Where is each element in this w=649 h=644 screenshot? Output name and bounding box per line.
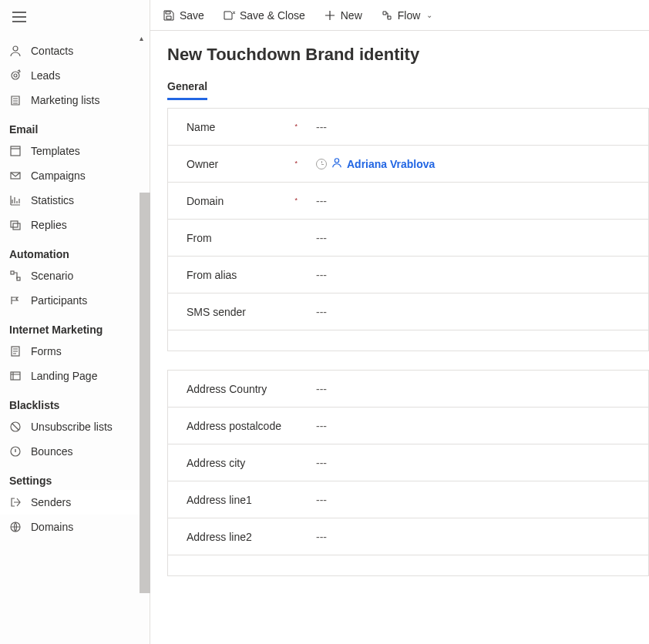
- nav-item-label: Statistics: [31, 194, 74, 206]
- nav-item-contacts[interactable]: Contacts: [0, 39, 150, 63]
- field-address-country: Address Country---: [168, 371, 648, 408]
- field-label: Name*: [187, 121, 302, 133]
- field-value[interactable]: ---: [302, 195, 639, 207]
- field-address-line2: Address line2---: [168, 518, 648, 555]
- field-label: Address line2: [187, 531, 302, 543]
- nav-item-scenario[interactable]: Scenario: [0, 263, 150, 288]
- recent-icon: [316, 159, 327, 169]
- nav-item-label: Campaigns: [31, 169, 86, 182]
- templates-icon: [9, 145, 22, 157]
- field-value[interactable]: ---: [302, 420, 639, 432]
- field-value[interactable]: ---: [302, 232, 639, 244]
- nav-group: AutomationScenarioParticipants: [0, 242, 150, 313]
- save-close-button[interactable]: Save & Close: [215, 5, 313, 26]
- nav-item-leads[interactable]: Leads: [0, 63, 150, 88]
- domains-icon: [9, 521, 22, 533]
- flow-button[interactable]: Flow ⌄: [373, 5, 441, 26]
- nav-item-label: Templates: [31, 145, 80, 157]
- required-indicator-icon: *: [294, 159, 298, 167]
- nav-group: ContactsLeadsMarketing lists: [0, 39, 150, 112]
- landing-page-icon: [9, 370, 22, 382]
- field-value[interactable]: ---: [302, 457, 639, 469]
- new-button[interactable]: New: [316, 5, 370, 26]
- field-from: From---: [168, 220, 648, 257]
- page-content: New Touchdown Brand identity General Nam…: [150, 31, 649, 644]
- field-value[interactable]: Adriana Vrablova: [302, 157, 639, 170]
- nav-group: EmailTemplatesCampaignsStatisticsReplies: [0, 117, 150, 237]
- nav-item-label: Domains: [31, 521, 73, 533]
- nav-item-label: Participants: [31, 294, 87, 307]
- scenario-icon: [9, 270, 22, 282]
- svg-point-2: [14, 74, 17, 77]
- nav-item-unsubscribe-lists[interactable]: Unsubscribe lists: [0, 414, 150, 439]
- nav-group-heading: Internet Marketing: [0, 317, 150, 339]
- field-label: Address Country: [187, 383, 302, 395]
- field-address-line1: Address line1---: [168, 481, 648, 518]
- nav-item-label: Unsubscribe lists: [31, 421, 113, 433]
- nav-group-heading: Blacklists: [0, 393, 150, 414]
- required-indicator-icon: *: [294, 122, 298, 130]
- nav-group: Internet MarketingFormsLanding Page: [0, 317, 150, 388]
- sidebar-nav: ContactsLeadsMarketing listsEmailTemplat…: [0, 34, 150, 644]
- nav-item-label: Senders: [31, 496, 71, 508]
- field-address-city: Address city---: [168, 444, 648, 481]
- field-from-alias: From alias---: [168, 257, 648, 293]
- tab-list: General: [167, 75, 649, 100]
- nav-group: BlacklistsUnsubscribe listsBounces: [0, 393, 150, 464]
- nav-item-label: Replies: [31, 219, 67, 231]
- nav-item-marketing-lists[interactable]: Marketing lists: [0, 88, 150, 112]
- save-close-button-label: Save & Close: [240, 9, 305, 22]
- required-indicator-icon: *: [294, 196, 298, 204]
- svg-point-14: [335, 159, 338, 163]
- participants-icon: [9, 294, 22, 307]
- svg-point-0: [13, 46, 18, 51]
- scrollbar-thumb[interactable]: [140, 193, 150, 593]
- nav-item-replies[interactable]: Replies: [0, 213, 150, 237]
- form-section-tail: [168, 555, 648, 575]
- owner-name: Adriana Vrablova: [347, 158, 435, 170]
- nav-item-senders[interactable]: Senders: [0, 490, 150, 515]
- owner-lookup[interactable]: Adriana Vrablova: [331, 157, 435, 170]
- field-sms-sender: SMS sender---: [168, 293, 648, 330]
- nav-item-forms[interactable]: Forms: [0, 339, 150, 364]
- form-section: Name*---Owner*Adriana VrablovaDomain*---…: [167, 108, 649, 351]
- field-label: From alias: [187, 269, 302, 281]
- field-value[interactable]: ---: [302, 383, 639, 395]
- field-value[interactable]: ---: [302, 531, 639, 543]
- nav-item-campaigns[interactable]: Campaigns: [0, 163, 150, 188]
- save-close-icon: [223, 9, 235, 22]
- forms-icon: [9, 345, 22, 357]
- nav-item-statistics[interactable]: Statistics: [0, 188, 150, 213]
- flow-button-label: Flow: [398, 9, 421, 22]
- nav-group-heading: Email: [0, 117, 150, 139]
- nav-group: SettingsSendersDomains: [0, 468, 150, 539]
- menu-toggle-button[interactable]: [12, 12, 26, 22]
- tab-general-label: General: [167, 80, 207, 92]
- field-label: Domain*: [187, 195, 302, 207]
- page-title: New Touchdown Brand identity: [167, 45, 649, 65]
- svg-rect-3: [11, 146, 20, 156]
- field-value[interactable]: ---: [302, 494, 639, 506]
- nav-item-landing-page[interactable]: Landing Page: [0, 364, 150, 388]
- svg-rect-6: [13, 223, 20, 230]
- field-value[interactable]: ---: [302, 306, 639, 318]
- nav-group-heading: Settings: [0, 468, 150, 490]
- unsubscribe-icon: [9, 421, 22, 433]
- contact-icon: [9, 45, 22, 57]
- field-owner: Owner*Adriana Vrablova: [168, 146, 648, 183]
- save-button[interactable]: Save: [155, 5, 212, 26]
- nav-group-heading: Automation: [0, 242, 150, 263]
- chevron-down-icon: ⌄: [426, 11, 432, 19]
- nav-item-label: Bounces: [31, 445, 72, 458]
- field-value[interactable]: ---: [302, 121, 639, 133]
- nav-item-label: Contacts: [31, 45, 73, 57]
- field-value[interactable]: ---: [302, 269, 639, 281]
- tab-general[interactable]: General: [167, 75, 207, 100]
- field-name: Name*---: [168, 109, 648, 146]
- command-bar: Save Save & Close New Flow ⌄: [150, 0, 649, 31]
- nav-item-templates[interactable]: Templates: [0, 139, 150, 163]
- nav-item-participants[interactable]: Participants: [0, 288, 150, 313]
- nav-item-domains[interactable]: Domains: [0, 515, 150, 539]
- nav-item-bounces[interactable]: Bounces: [0, 439, 150, 464]
- collapse-caret-icon[interactable]: ▴: [140, 34, 143, 42]
